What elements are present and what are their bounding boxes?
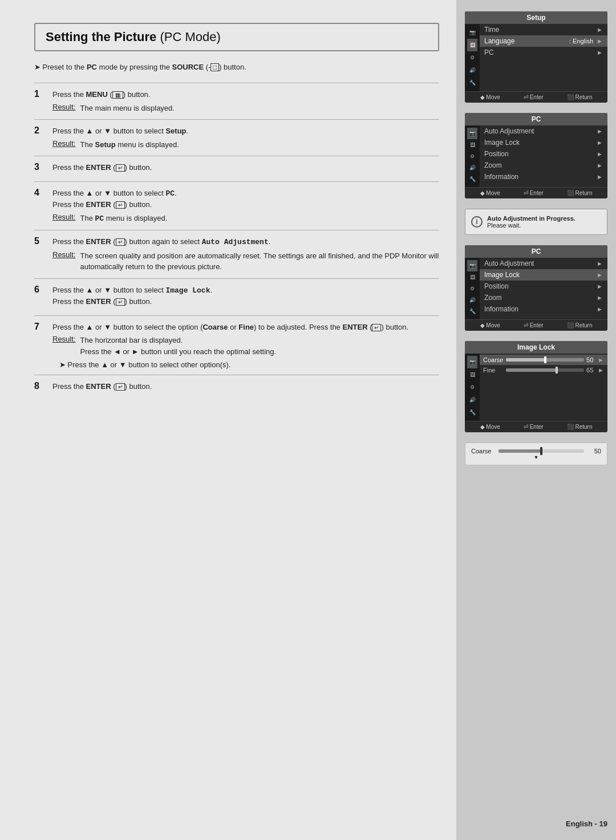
auto-adj-label-2: Auto Adjustment: [484, 259, 593, 267]
setup-footer: ◆ Move ⏎ Enter ⬛ Return: [465, 91, 607, 103]
step-5: 5 Press the ENTER (↵) button again to se…: [34, 230, 439, 278]
coarse-standalone-value: 50: [589, 448, 601, 455]
step-content-5: Press the ENTER (↵) button again to sele…: [52, 236, 439, 273]
setup-item-language: Language : English ►: [480, 35, 607, 47]
zoom-label-2: Zoom: [484, 294, 593, 302]
step-number-8: 8: [34, 381, 47, 395]
pc2-body: 📷 🖼 ⚙ 🔊 🔧: [465, 258, 607, 319]
footer-area: English - 19: [465, 813, 607, 829]
pc2-return: ⬛ Return: [567, 322, 593, 328]
coarse-bar-row: Coarse 50: [471, 448, 601, 455]
step-content-7: Press the ▲ or ▼ button to select the op…: [52, 322, 439, 370]
page-number: English - 19: [566, 819, 607, 828]
result-text-1: The main menu is displayed.: [80, 103, 174, 114]
pc2-zoom: Zoom ►: [480, 292, 607, 303]
image-lock-footer: ◆ Move ⏎ Enter ⬛ Return: [465, 421, 607, 432]
image-lock-label-2: Image Lock: [484, 271, 593, 279]
auto-adjust-msg2: Please wait.: [487, 222, 576, 229]
page: Setting the Picture (PC Mode) ➤ Preset t…: [0, 0, 616, 840]
fine-arrow: ►: [598, 367, 604, 374]
image-lock-screen: Image Lock 📷 🖼 ⚙ 🔊: [465, 341, 607, 432]
il-enter: ⏎ Enter: [524, 424, 544, 430]
title-bold: Setting the Picture: [46, 30, 156, 44]
pc1-move: ◆ Move: [480, 190, 500, 196]
image-lock-label-1: Image Lock: [484, 139, 593, 147]
coarse-fill: [499, 449, 541, 453]
step-number-5: 5: [34, 236, 47, 273]
arrow-icon: ➤: [34, 63, 40, 71]
result-label-1: Result:: [52, 103, 75, 114]
title-normal: (PC Mode): [156, 30, 220, 44]
step-content-4: Press the ▲ or ▼ button to select PC. Pr…: [52, 188, 439, 225]
language-value: : English: [569, 38, 593, 44]
sub-arrow-icon: ➤: [59, 360, 66, 369]
setup-header: Setup: [465, 11, 607, 24]
pc1-info: Information ►: [480, 171, 607, 182]
result-text-4: The PC menu is displayed.: [80, 213, 167, 225]
step-content-3: Press the ENTER (↵) button.: [52, 162, 439, 176]
step-3: 3 Press the ENTER (↵) button.: [34, 156, 439, 181]
coarse-value: 50: [586, 356, 598, 363]
step-content-1: Press the MENU (▦) button. Result: The m…: [52, 89, 439, 113]
sub-arrow-7: ➤ Press the ▲ or ▼ button to select othe…: [59, 360, 439, 369]
result-label-5: Result:: [52, 250, 75, 273]
coarse-track: [499, 449, 584, 453]
fine-value: 65: [586, 367, 598, 374]
il-move: ◆ Move: [480, 424, 500, 430]
pc2-screen: PC 📷 🖼 ⚙ 🔊: [465, 245, 607, 331]
left-panel: Setting the Picture (PC Mode) ➤ Preset t…: [0, 0, 456, 840]
pc-label: PC: [484, 48, 593, 56]
step-number-4: 4: [34, 188, 47, 225]
pc1-image-lock: Image Lock ►: [480, 137, 607, 148]
step-content-2: Press the ▲ or ▼ button to select Setup.…: [52, 125, 439, 150]
enter-label: ⏎ Enter: [524, 94, 544, 100]
step-8: 8 Press the ENTER (↵) button.: [34, 375, 439, 400]
setup-body: 📷 🖼 ⚙ 🔊 🔧: [465, 24, 607, 91]
step-6: 6 Press the ▲ or ▼ button to select Imag…: [34, 278, 439, 315]
info-label-1: Information: [484, 173, 593, 181]
result-text-2: The Setup menu is displayed.: [80, 139, 179, 151]
pc2-move: ◆ Move: [480, 322, 500, 328]
pc2-image-lock: Image Lock ►: [480, 269, 607, 281]
coarse-row: Coarse 50 ►: [480, 355, 607, 365]
pc2-enter: ⏎ Enter: [524, 322, 544, 328]
page-title-box: Setting the Picture (PC Mode): [34, 23, 439, 51]
result-text-5: The screen quality and position are auto…: [80, 250, 439, 273]
setup-screen: Setup 📷 🖼 ⚙ 🔊: [465, 11, 607, 103]
setup-item-time: Time ►: [480, 24, 607, 35]
step-2: 2 Press the ▲ or ▼ button to select Setu…: [34, 119, 439, 156]
pc1-return: ⬛ Return: [567, 190, 593, 196]
step-number-6: 6: [34, 285, 47, 310]
coarse-standalone-screen: Coarse 50 ▼: [465, 443, 607, 465]
pc2-info: Information ►: [480, 303, 607, 315]
coarse-thumb: [540, 447, 542, 455]
page-title: Setting the Picture (PC Mode): [46, 30, 221, 44]
pc1-header: PC: [465, 113, 607, 125]
pc2-auto-adj: Auto Adjustment ►: [480, 258, 607, 269]
pc2-footer: ◆ Move ⏎ Enter ⬛ Return: [465, 319, 607, 331]
coarse-standalone-label: Coarse: [471, 448, 494, 455]
pc1-auto-adj: Auto Adjustment ►: [480, 125, 607, 137]
step-number-2: 2: [34, 125, 47, 150]
step-7: 7 Press the ▲ or ▼ button to select the …: [34, 315, 439, 375]
result-label-7: Result:: [52, 335, 75, 357]
step-4: 4 Press the ▲ or ▼ button to select PC. …: [34, 181, 439, 230]
pc1-enter: ⏎ Enter: [524, 190, 544, 196]
fine-row: Fine 65 ►: [480, 365, 607, 375]
result-text-7: The horizontal bar is displayed. Press t…: [80, 335, 276, 357]
auto-adj-label: Auto Adjustment: [484, 127, 593, 135]
time-label: Time: [484, 26, 593, 34]
step-content-8: Press the ENTER (↵) button.: [52, 381, 439, 395]
move-label: ◆ Move: [480, 94, 500, 100]
language-label: Language: [484, 37, 566, 45]
il-return: ⬛ Return: [567, 424, 593, 430]
pc1-position: Position ►: [480, 148, 607, 160]
step-1: 1 Press the MENU (▦) button. Result: The…: [34, 83, 439, 119]
preset-line: ➤ Preset to the PC mode by pressing the …: [34, 63, 439, 71]
fine-label: Fine: [483, 367, 504, 374]
position-label-2: Position: [484, 282, 593, 290]
pc1-zoom: Zoom ►: [480, 160, 607, 171]
position-label-1: Position: [484, 150, 593, 158]
image-lock-body: 📷 🖼 ⚙ 🔊 🔧: [465, 354, 607, 421]
info-icon: i: [471, 216, 483, 228]
